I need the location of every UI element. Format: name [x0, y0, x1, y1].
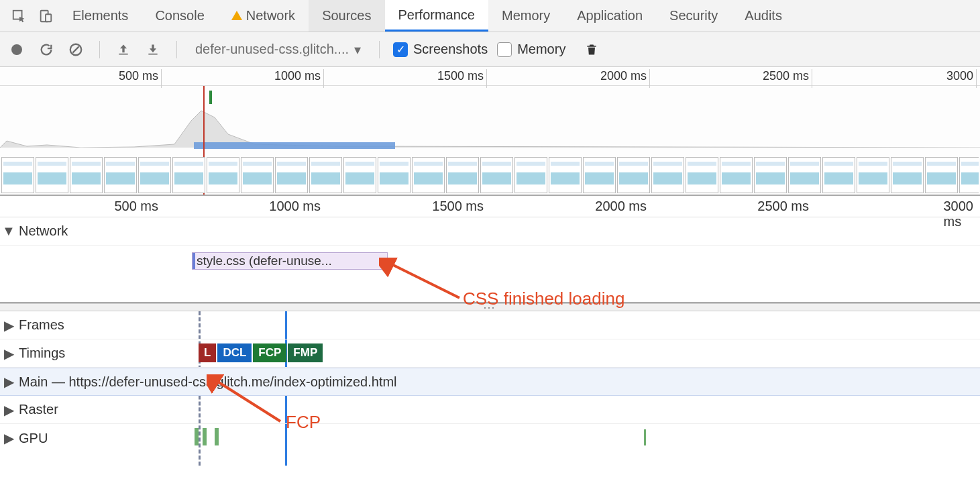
screenshot-filmstrip[interactable] — [1, 157, 979, 193]
filmstrip-thumb[interactable] — [720, 157, 753, 193]
network-track[interactable]: style.css (defer-unuse... — [0, 246, 980, 303]
filmstrip-thumb[interactable] — [925, 157, 958, 193]
raster-label: Raster — [17, 402, 58, 417]
gpu-activity — [195, 428, 219, 445]
network-request-bar[interactable]: style.css (defer-unuse... — [192, 252, 388, 270]
main-label: Main — https://defer-unused-css.glitch.m… — [17, 374, 397, 390]
main-row-header[interactable]: ▶ Main — https://defer-unused-css.glitch… — [0, 368, 980, 396]
ruler-tick: 1000 ms — [269, 199, 323, 214]
save-profile-button[interactable] — [143, 40, 163, 60]
device-toggle-icon[interactable] — [32, 0, 59, 32]
screenshots-label: Screenshots — [413, 42, 488, 57]
overview-ruler: 500 ms1000 ms1500 ms2000 ms2500 ms3000 — [0, 67, 980, 86]
checkbox-icon — [393, 42, 408, 57]
filmstrip-thumb[interactable] — [70, 157, 103, 193]
filmstrip-thumb[interactable] — [275, 157, 308, 193]
garbage-collect-button[interactable] — [582, 40, 602, 60]
raster-row-header[interactable]: ▶ Raster — [0, 396, 980, 424]
overview-pane[interactable]: 500 ms1000 ms1500 ms2000 ms2500 ms3000 — [0, 67, 980, 196]
tab-audits[interactable]: Audits — [731, 0, 796, 32]
separator — [379, 41, 380, 58]
filmstrip-thumb[interactable] — [754, 157, 787, 193]
ruler-tick: 1000 ms — [274, 69, 323, 83]
cpu-chart — [0, 107, 980, 148]
filmstrip-thumb[interactable] — [412, 157, 445, 193]
memory-checkbox[interactable]: Memory — [497, 42, 565, 57]
ruler-tick: 2500 ms — [757, 199, 812, 214]
ruler-tick: 1500 ms — [437, 69, 486, 83]
filmstrip-thumb[interactable] — [446, 157, 479, 193]
filmstrip-thumb[interactable] — [309, 157, 342, 193]
checkbox-icon — [497, 42, 512, 57]
filmstrip-thumb[interactable] — [617, 157, 650, 193]
filmstrip-thumb[interactable] — [207, 157, 239, 193]
filmstrip-thumb[interactable] — [651, 157, 684, 193]
filmstrip-thumb[interactable] — [686, 157, 718, 193]
filmstrip-thumb[interactable] — [138, 157, 171, 193]
tab-sources[interactable]: Sources — [309, 0, 384, 32]
filmstrip-thumb[interactable] — [822, 157, 855, 193]
ruler-tick: 500 ms — [119, 69, 161, 83]
tab-console[interactable]: Console — [142, 0, 217, 32]
tab-elements[interactable]: Elements — [59, 0, 142, 32]
filmstrip-thumb[interactable] — [172, 157, 205, 193]
network-request-label: style.css (defer-unuse... — [197, 254, 332, 268]
chevron-down-icon: ▾ — [354, 42, 361, 58]
filmstrip-thumb[interactable] — [583, 157, 616, 193]
disclosure-right-icon: ▶ — [0, 402, 17, 418]
screenshots-checkbox[interactable]: Screenshots — [393, 42, 488, 57]
ruler-tick: 1500 ms — [432, 199, 486, 214]
filmstrip-thumb[interactable] — [378, 157, 411, 193]
filmstrip-thumb[interactable] — [241, 157, 274, 193]
badge-fmp[interactable]: FMP — [288, 343, 323, 362]
timings-label: Timings — [17, 346, 65, 361]
filmstrip-thumb[interactable] — [891, 157, 924, 193]
badge-fcp[interactable]: FCP — [253, 343, 286, 362]
recording-selector-label: defer-unused-css.glitch.... — [195, 42, 349, 57]
network-row-header[interactable]: ▼ Network — [0, 217, 980, 246]
pane-resizer[interactable] — [0, 303, 980, 311]
detail-ruler: 500 ms1000 ms1500 ms2000 ms2500 ms3000 m… — [0, 196, 980, 217]
tab-performance[interactable]: Performance — [385, 0, 489, 32]
flame-panel: ▶ Frames ▶ Timings L DCL FCP FMP ▶ Main … — [0, 311, 980, 452]
frames-label: Frames — [17, 317, 64, 333]
disclosure-right-icon: ▶ — [0, 346, 17, 362]
filmstrip-thumb[interactable] — [514, 157, 547, 193]
record-button[interactable] — [7, 40, 27, 60]
ruler-tick: 500 ms — [114, 199, 161, 214]
badge-dcl[interactable]: DCL — [217, 343, 252, 362]
disclosure-right-icon: ▶ — [0, 430, 17, 446]
filmstrip-thumb[interactable] — [1, 157, 34, 193]
filmstrip-thumb[interactable] — [788, 157, 821, 193]
filmstrip-thumb[interactable] — [343, 157, 376, 193]
disclosure-right-icon: ▶ — [0, 374, 17, 390]
inspect-icon[interactable] — [5, 0, 32, 32]
tab-application[interactable]: Application — [563, 0, 656, 32]
clear-button[interactable] — [66, 40, 86, 60]
network-label: Network — [17, 223, 68, 239]
filmstrip-thumb[interactable] — [549, 157, 582, 193]
gpu-label: GPU — [17, 431, 48, 446]
load-profile-button[interactable] — [113, 40, 133, 60]
recording-selector[interactable]: defer-unused-css.glitch.... ▾ — [190, 40, 366, 60]
performance-toolbar: defer-unused-css.glitch.... ▾ Screenshot… — [0, 32, 980, 67]
frames-row-header[interactable]: ▶ Frames — [0, 311, 980, 339]
reload-record-button[interactable] — [36, 40, 56, 60]
overview-selection-bar — [194, 142, 395, 149]
separator — [99, 41, 100, 58]
timings-row-header[interactable]: ▶ Timings L DCL FCP FMP — [0, 339, 980, 368]
filmstrip-thumb[interactable] — [104, 157, 137, 193]
badge-load[interactable]: L — [199, 343, 216, 362]
tab-network[interactable]: Network — [218, 0, 309, 32]
filmstrip-thumb[interactable] — [36, 157, 68, 193]
tab-security[interactable]: Security — [656, 0, 731, 32]
timing-badges: L DCL FCP FMP — [199, 343, 323, 362]
tab-memory[interactable]: Memory — [488, 0, 563, 32]
gpu-row-header[interactable]: ▶ GPU — [0, 424, 980, 452]
filmstrip-thumb[interactable] — [857, 157, 889, 193]
separator — [176, 41, 177, 58]
devtools-tabs: Elements Console Network Sources Perform… — [0, 0, 980, 32]
ruler-tick: 2000 ms — [600, 69, 649, 83]
filmstrip-thumb[interactable] — [959, 157, 979, 193]
filmstrip-thumb[interactable] — [480, 157, 513, 193]
